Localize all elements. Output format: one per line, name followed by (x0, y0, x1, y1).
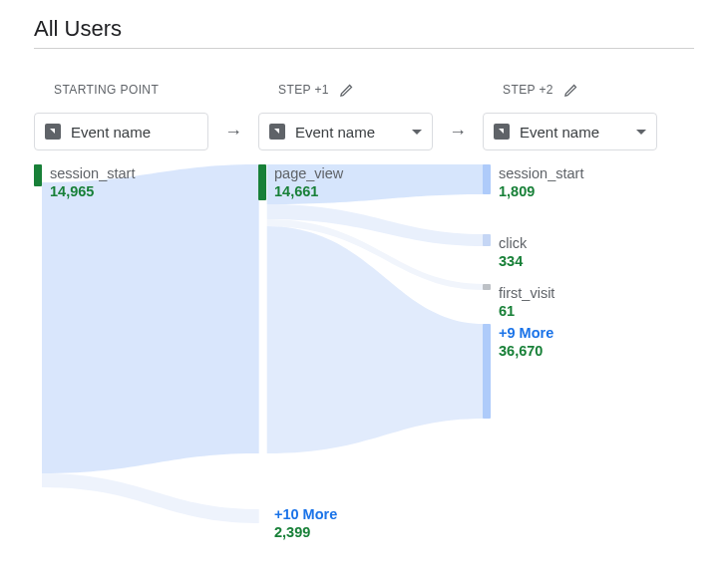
event-tag-icon (45, 124, 61, 140)
dropdown-step2[interactable]: Event name (483, 113, 657, 150)
column-header-step1-label: STEP +1 (278, 83, 329, 97)
column-header-step2-label: STEP +2 (503, 83, 553, 97)
node-bar (483, 284, 491, 290)
column-header-start-label: STARTING POINT (54, 83, 159, 97)
node-label: session_start (50, 164, 135, 182)
page-title: All Users (34, 16, 694, 49)
node-value: 61 (499, 302, 554, 320)
node-value: 2,399 (274, 523, 337, 541)
dropdown-step1-label: Event name (295, 124, 402, 141)
node-value: 334 (499, 252, 527, 270)
node-bar (258, 164, 266, 200)
dropdown-start-label: Event name (71, 124, 197, 141)
chevron-down-icon (412, 130, 422, 135)
node-c0-session-start[interactable]: session_start 14,965 (34, 164, 135, 200)
arrow-0-1: → (224, 113, 242, 150)
column-header-start: STARTING POINT (34, 77, 208, 103)
dropdown-start[interactable]: Event name (34, 113, 208, 150)
arrow-col-1: → (433, 77, 483, 150)
node-c1-page-view[interactable]: page_view 14,661 (258, 164, 343, 200)
node-c2-more[interactable]: +9 More 36,670 (483, 324, 553, 419)
node-bar (483, 234, 491, 246)
dropdown-step1[interactable]: Event name (258, 113, 433, 150)
node-value: 1,809 (499, 182, 583, 200)
node-value: 14,661 (274, 182, 343, 200)
event-tag-icon (494, 124, 510, 140)
column-step-2: STEP +2 Event name (483, 77, 657, 150)
node-c2-click[interactable]: click 334 (483, 234, 527, 270)
column-step-1: STEP +1 Event name (258, 77, 433, 150)
path-chart: session_start 14,965 page_view 14,661 +1… (34, 164, 694, 543)
pencil-icon[interactable] (339, 83, 354, 98)
node-bar (34, 164, 42, 186)
node-label: click (499, 234, 527, 252)
node-value: 36,670 (499, 342, 553, 360)
node-label-more: +10 More (274, 505, 337, 523)
chevron-down-icon (636, 130, 646, 135)
flow-links (34, 164, 694, 543)
node-label: first_visit (499, 284, 554, 302)
node-label-more: +9 More (499, 324, 553, 342)
event-tag-icon (269, 124, 285, 140)
node-label: session_start (499, 164, 583, 182)
node-label: page_view (274, 164, 343, 182)
dropdown-step2-label: Event name (520, 124, 626, 141)
column-header-step2: STEP +2 (483, 77, 657, 103)
node-c2-session-start[interactable]: session_start 1,809 (483, 164, 583, 200)
node-bar (483, 324, 491, 419)
node-bar (483, 164, 491, 194)
node-value: 14,965 (50, 182, 135, 200)
pencil-icon[interactable] (563, 83, 578, 98)
node-c2-first-visit[interactable]: first_visit 61 (483, 284, 554, 320)
arrow-1-2: → (449, 113, 467, 150)
path-columns: STARTING POINT Event name → STEP +1 Even… (34, 77, 694, 150)
node-c1-more[interactable]: +10 More 2,399 (258, 505, 337, 541)
column-header-step1: STEP +1 (258, 77, 433, 103)
column-starting-point: STARTING POINT Event name (34, 77, 208, 150)
arrow-col-0: → (208, 77, 258, 150)
